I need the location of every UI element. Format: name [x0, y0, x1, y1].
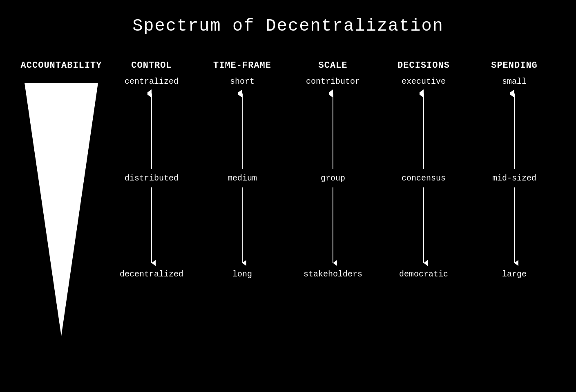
main-content: ACCOUNTABILITY CONTROL centralized distr…: [0, 60, 576, 336]
arrow-top-timeframe: [238, 89, 246, 171]
col-top-timeframe: short: [230, 77, 255, 86]
arrow-top-control: [147, 89, 156, 171]
spectrum-columns: CONTROL centralized distributed: [106, 60, 560, 279]
spectrum-col-spending: SPENDING small mid-sized large: [473, 60, 555, 279]
arrow-bottom-control: [147, 185, 156, 267]
spectrum-col-decisions: DECISIONS executive concensus de: [383, 60, 464, 279]
spectrum-col-control: CONTROL centralized distributed: [111, 60, 192, 279]
arrow-top-spending: [510, 89, 518, 171]
spectrum-col-scale: SCALE contributor group stakehol: [292, 60, 374, 279]
arrow-bottom-decisions: [420, 185, 428, 267]
triangle-shape: [25, 83, 98, 336]
col-top-spending: small: [502, 77, 527, 86]
triangle-container: [25, 83, 98, 336]
col-bottom-scale: stakeholders: [304, 270, 362, 279]
col-header-control: CONTROL: [131, 60, 172, 71]
col-header-scale: SCALE: [318, 60, 347, 71]
arrow-top-decisions: [420, 89, 428, 171]
col-top-decisions: executive: [402, 77, 446, 86]
arrow-bottom-scale: [329, 185, 337, 267]
col-top-scale: contributor: [306, 77, 360, 86]
col-mid-timeframe: medium: [228, 174, 257, 183]
col-bottom-decisions: democratic: [399, 270, 448, 279]
col-mid-control: distributed: [125, 174, 179, 183]
accountability-column: ACCOUNTABILITY: [16, 60, 106, 336]
arrow-bottom-timeframe: [238, 185, 246, 267]
col-mid-spending: mid-sized: [492, 174, 536, 183]
col-top-control: centralized: [125, 77, 179, 86]
col-mid-decisions: concensus: [402, 174, 446, 183]
col-mid-scale: group: [321, 174, 345, 183]
col-bottom-spending: large: [502, 270, 527, 279]
page-title: Spectrum of Decentralization: [132, 16, 444, 36]
spectrum-col-timeframe: TIME-FRAME short medium long: [201, 60, 283, 279]
arrow-top-scale: [329, 89, 337, 171]
col-header-timeframe: TIME-FRAME: [213, 60, 271, 71]
col-header-spending: SPENDING: [491, 60, 538, 71]
accountability-header: ACCOUNTABILITY: [21, 60, 102, 71]
col-header-decisions: DECISIONS: [397, 60, 450, 71]
col-bottom-timeframe: long: [232, 270, 252, 279]
arrow-bottom-spending: [510, 185, 518, 267]
col-bottom-control: decentralized: [120, 270, 183, 279]
